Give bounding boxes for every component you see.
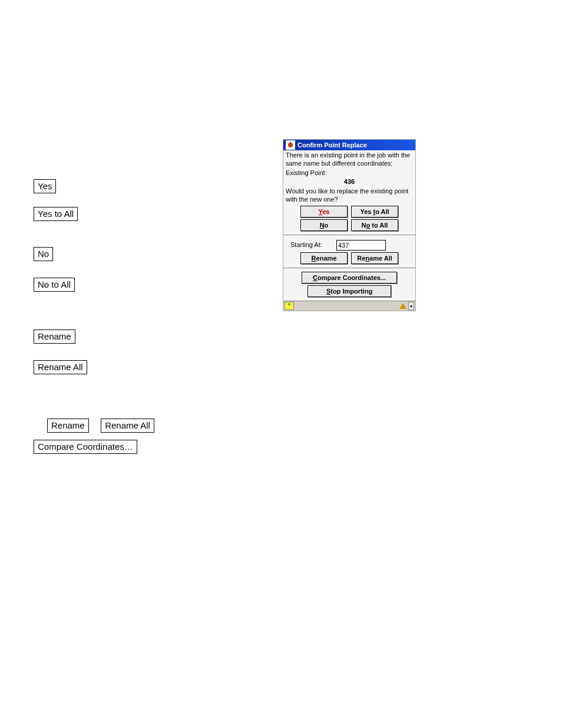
scroll-up-icon[interactable]: ▴ [408,302,414,310]
dialog-body: There is an existing point in the job wi… [283,150,415,301]
status-bar: * ▴ [283,301,415,311]
yes-button[interactable]: Yes [300,206,348,218]
option-no-to-all: No to All [34,278,75,292]
dialog-title: Confirm Point Replace [297,141,367,149]
divider-2 [283,268,415,268]
stop-importing-button[interactable]: Stop Importing [308,285,391,297]
option-no: No [34,247,53,261]
divider [283,235,415,235]
option-rename-all-2: Rename All [101,419,154,433]
dialog-question: Would you like to replace the existing p… [286,187,413,204]
app-icon [286,140,295,150]
rename-button[interactable]: Rename [300,252,348,264]
option-rename-2: Rename [47,419,89,433]
warning-icon [399,303,406,309]
option-compare-coordinates: Compare Coordinates… [34,440,137,454]
no-button[interactable]: No [300,219,348,231]
option-rename-all: Rename All [34,360,87,374]
existing-point-value: 436 [286,178,413,186]
rename-all-button[interactable]: Rename All [351,252,398,264]
confirm-point-replace-dialog: Confirm Point Replace There is an existi… [283,139,416,311]
no-to-all-button[interactable]: No to All [351,219,398,231]
svg-rect-1 [290,142,291,144]
option-rename: Rename [34,330,75,344]
dialog-titlebar: Confirm Point Replace [283,140,415,150]
starting-at-input[interactable] [336,240,386,251]
compare-coordinates-button[interactable]: Compare Coordinates... [302,272,397,284]
option-yes-to-all: Yes to All [34,207,78,221]
option-yes: Yes [34,179,56,193]
yes-to-all-button[interactable]: Yes to All [351,206,398,218]
status-star-icon: * [285,302,294,310]
dialog-message-1: There is an existing point in the job wi… [286,151,413,168]
existing-point-label: Existing Point: [286,169,413,177]
starting-at-label: Starting At: [290,241,333,249]
